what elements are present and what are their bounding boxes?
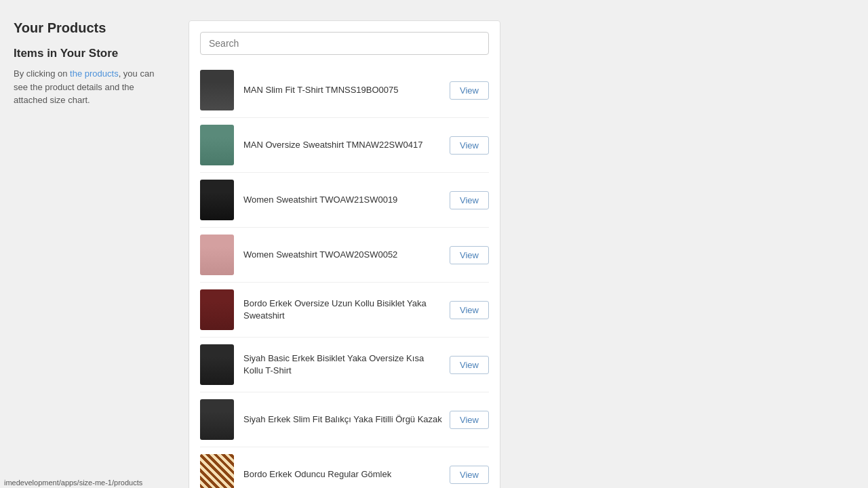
sidebar: Your Products Items in Your Store By cli… (0, 20, 176, 107)
status-bar: imedevelopment/apps/size-me-1/products (0, 477, 146, 488)
view-button[interactable]: View (450, 246, 489, 264)
view-button[interactable]: View (450, 411, 489, 429)
list-item: Bordo Erkek Oversize Uzun Kollu Bisiklet… (200, 283, 489, 338)
list-item: Bordo Erkek Oduncu Regular Gömlek View (200, 447, 489, 488)
product-image (200, 180, 234, 220)
product-image (200, 289, 234, 330)
product-name: Bordo Erkek Oduncu Regular Gömlek (243, 468, 443, 481)
list-item: Women Sweatshirt TWOAW20SW0052 View (200, 228, 489, 283)
product-name: Siyah Basic Erkek Bisiklet Yaka Oversize… (243, 352, 443, 377)
search-input[interactable] (200, 32, 489, 55)
product-image (200, 454, 234, 488)
product-image (200, 70, 234, 110)
list-item: Siyah Basic Erkek Bisiklet Yaka Oversize… (200, 338, 489, 392)
product-panel: MAN Slim Fit T-Shirt TMNSS19BO0075 View … (189, 20, 500, 488)
list-item: MAN Oversize Sweatshirt TMNAW22SW0417 Vi… (200, 118, 489, 173)
product-list: MAN Slim Fit T-Shirt TMNSS19BO0075 View … (200, 63, 489, 488)
product-image (200, 344, 234, 385)
product-name: MAN Slim Fit T-Shirt TMNSS19BO0075 (243, 84, 443, 96)
product-name: Bordo Erkek Oversize Uzun Kollu Bisiklet… (243, 298, 443, 322)
product-name: Women Sweatshirt TWOAW21SW0019 (243, 194, 443, 206)
view-button[interactable]: View (450, 191, 489, 209)
product-image (200, 235, 234, 275)
product-image (200, 125, 234, 165)
page-title: Your Products (14, 20, 163, 36)
status-url: imedevelopment/apps/size-me-1/products (4, 479, 142, 487)
view-button[interactable]: View (450, 301, 489, 319)
main-content: MAN Slim Fit T-Shirt TMNSS19BO0075 View … (182, 20, 868, 488)
sidebar-description: By clicking on the products, you can see… (14, 67, 163, 107)
view-button[interactable]: View (450, 466, 489, 484)
product-name: Siyah Erkek Slim Fit Balıkçı Yaka Fitill… (243, 413, 443, 426)
list-item: MAN Slim Fit T-Shirt TMNSS19BO0075 View (200, 63, 489, 118)
product-name: Women Sweatshirt TWOAW20SW0052 (243, 249, 443, 261)
section-title: Items in Your Store (14, 47, 163, 60)
list-item: Women Sweatshirt TWOAW21SW0019 View (200, 173, 489, 228)
products-link[interactable]: the products (70, 68, 119, 79)
view-button[interactable]: View (450, 81, 489, 100)
view-button[interactable]: View (450, 356, 489, 374)
view-button[interactable]: View (450, 136, 489, 155)
list-item: Siyah Erkek Slim Fit Balıkçı Yaka Fitill… (200, 392, 489, 447)
product-image (200, 399, 234, 440)
product-name: MAN Oversize Sweatshirt TMNAW22SW0417 (243, 139, 443, 151)
